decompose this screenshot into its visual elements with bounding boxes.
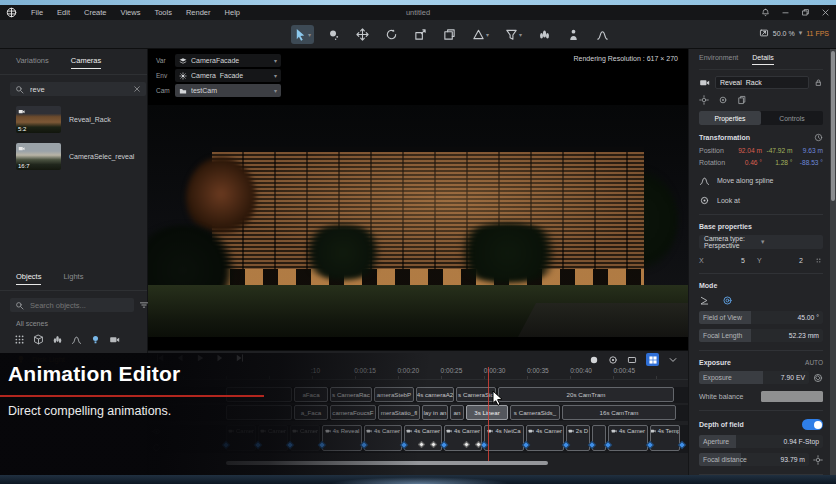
animation-clip[interactable]: ameraStebP [374, 387, 414, 402]
camera-clip[interactable]: Camer [290, 425, 320, 451]
track-visibility-icon[interactable] [152, 427, 161, 436]
camera-icon[interactable] [109, 334, 120, 345]
camera-clip[interactable]: Camer [226, 425, 256, 451]
paint-tool[interactable] [324, 25, 343, 44]
exposure-slider[interactable]: Exposure 7.90 EV [699, 371, 809, 384]
animation-clip[interactable]: 16s CamTram [562, 405, 676, 420]
grid-icon[interactable] [14, 334, 25, 345]
camera-search-box[interactable] [10, 82, 146, 96]
animation-clip[interactable]: aFaca [294, 387, 328, 402]
tab-cameras[interactable]: Cameras [71, 56, 101, 69]
pick-focus-icon[interactable] [813, 455, 823, 465]
rotate-tool[interactable] [382, 25, 401, 44]
field-of-view-slider[interactable]: Field of View 45.00 ° [699, 311, 823, 324]
skip-end-button[interactable] [235, 353, 245, 363]
camera-type-dropdown[interactable]: Camera type: Perspective ▾ [699, 235, 823, 249]
objects-search-input[interactable] [28, 300, 129, 311]
track-loop-icon[interactable] [152, 443, 161, 452]
camera-facade-dropdown[interactable]: Camera_Facade▾ [175, 69, 281, 82]
animation-clip[interactable]: s CameraSids_ [510, 405, 560, 420]
animation-clip[interactable] [226, 387, 292, 402]
look-at-button[interactable]: Look at [699, 195, 823, 206]
object-name-field[interactable] [715, 76, 809, 89]
os-taskbar[interactable] [0, 475, 836, 484]
shift-x-value[interactable]: 5 [711, 257, 745, 264]
camera-clip[interactable]: 4s Temp [650, 425, 680, 451]
fov-mode-icon[interactable] [699, 295, 710, 306]
focus-icon[interactable] [699, 95, 709, 105]
vegetation-tool[interactable] [535, 25, 554, 44]
focal-length-slider[interactable]: Focal Length 52.23 mm [699, 329, 823, 342]
viewport[interactable]: VarCameraFacade▾EnvCamera_Facade▾Camtest… [148, 49, 688, 350]
bell-icon[interactable] [761, 8, 770, 17]
animation-clip[interactable]: an [450, 405, 464, 420]
zoom-level[interactable]: 50.0 % [773, 30, 795, 37]
playhead[interactable] [488, 367, 489, 463]
camera-list-item[interactable]: 16:7CameraSelec_reveal [16, 143, 147, 170]
subtab-properties[interactable]: Properties [699, 111, 761, 125]
animation-clip[interactable]: 4s cameraA2 [416, 387, 454, 402]
animation-clip[interactable]: s CameraRac [330, 387, 372, 402]
restore-icon[interactable] [801, 8, 810, 17]
clear-search-icon[interactable] [133, 85, 141, 93]
copy-icon[interactable] [737, 95, 747, 105]
frame-icon[interactable] [627, 355, 637, 365]
lock-icon[interactable] [814, 78, 823, 87]
objects-search-box[interactable] [10, 298, 134, 312]
focal-distance-slider[interactable]: Focal distance 93.79 m [699, 453, 809, 466]
aperture-slider[interactable]: Aperture 0.94 F-Stop [699, 435, 823, 448]
animation-clip[interactable]: a_Faca [294, 405, 328, 420]
record-icon[interactable] [589, 355, 599, 365]
object-list-item[interactable]: Disk Light [16, 354, 147, 364]
reset-transform-icon[interactable] [814, 133, 823, 142]
camera-thumbnail[interactable]: 5:2 [16, 106, 61, 133]
camerafacade-dropdown[interactable]: CameraFacade▾ [175, 54, 281, 67]
tab-lights[interactable]: Lights [63, 272, 83, 285]
camera-clip[interactable]: 4s Camer [526, 425, 564, 451]
character-tool[interactable] [564, 25, 583, 44]
subtab-controls[interactable]: Controls [761, 111, 823, 125]
media-icon[interactable] [608, 355, 618, 365]
link-icon[interactable] [814, 256, 823, 265]
play-button[interactable] [195, 353, 205, 363]
auto-exposure-button[interactable]: AUTO [805, 359, 823, 366]
camera-clip[interactable]: 4s Camer [364, 425, 402, 451]
spline-icon[interactable] [71, 334, 82, 345]
step-back-button[interactable] [175, 353, 185, 363]
tab-variations[interactable]: Variations [16, 56, 49, 69]
panel-scrollbar[interactable] [830, 49, 836, 480]
lens-mode-icon[interactable] [722, 295, 733, 306]
position-x[interactable]: 92.04 m [731, 147, 762, 154]
animation-clip[interactable]: lay in an [422, 405, 448, 420]
position-z[interactable]: 9.63 m [793, 147, 824, 154]
animation-clip[interactable]: cameraFoucsF [330, 405, 376, 420]
camera-clip[interactable]: 4s Reveal [322, 425, 362, 451]
animation-clip[interactable]: 20s CamTram [498, 387, 674, 402]
camera-clip[interactable]: 4s Camer [608, 425, 648, 451]
camera-thumbnail[interactable]: 16:7 [16, 143, 61, 170]
aperture-icon[interactable] [813, 373, 823, 383]
filter-tool[interactable]: ▾ [502, 25, 525, 44]
select-tool[interactable]: ▾ [291, 25, 314, 44]
camera-clip[interactable]: 4s Camer [404, 425, 442, 451]
move-along-spline-button[interactable]: Move along spline [699, 175, 823, 186]
camera-clip[interactable]: 4s NetCa [484, 425, 524, 451]
skip-start-button[interactable] [155, 353, 165, 363]
duplicate-tool[interactable] [440, 25, 459, 44]
animation-clip[interactable]: meraStatio_fl [378, 405, 420, 420]
position-y[interactable]: -47.92 m [762, 147, 793, 154]
tab-objects[interactable]: Objects [16, 272, 41, 285]
camera-clip[interactable]: 2s D [566, 425, 590, 451]
timeline-scrollbar[interactable] [226, 461, 548, 465]
rotation-y[interactable]: 1.28 ° [762, 159, 793, 166]
camera-clip[interactable]: 4s Camer [444, 425, 482, 451]
decal-tool[interactable]: ▾ [469, 25, 492, 44]
camera-search-input[interactable] [28, 84, 129, 95]
rotation-z[interactable]: -88.53 ° [793, 159, 824, 166]
light-icon[interactable] [90, 334, 101, 345]
camera-list-item[interactable]: 5:2Reveal_Rack [16, 106, 147, 133]
timeline-ruler[interactable]: :100:00:150:00:200:00:250:00:300:00:350:… [148, 365, 688, 380]
vegetation-icon[interactable] [52, 334, 63, 345]
testcam-dropdown[interactable]: testCam▾ [175, 84, 281, 97]
close-icon[interactable] [821, 8, 830, 17]
